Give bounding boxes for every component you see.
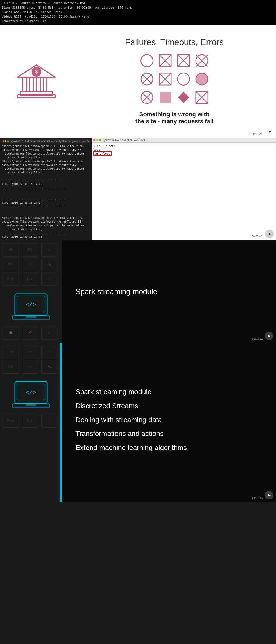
terminal-left-panel: spark-2.1.0-bin-without-hadoop — Python …	[0, 138, 92, 240]
meta-file: File: 01- Course Overview - Course Overv…	[2, 1, 274, 6]
failures-right-panel: Failures, Timeouts, Errors	[73, 25, 276, 138]
svg-rect-3	[30, 77, 33, 92]
grid-cell-9	[139, 89, 155, 105]
timestamp-4: 00:01:36	[252, 496, 263, 499]
jpg-icon-2: JPG	[22, 346, 38, 359]
play-button-2[interactable]	[265, 230, 274, 238]
timestamp-3: 00:01:12	[252, 337, 263, 340]
play-button-3[interactable]	[265, 332, 273, 340]
spark-slide-1: HD JPG ⚙ CSS </> 🔧 HTML EXE ↗ </> 📄 🔗 ⚙	[0, 240, 276, 343]
doc-icon: 📄	[3, 326, 19, 340]
list-item-4: Transformations and actions	[75, 429, 263, 438]
svg-rect-5	[43, 77, 47, 92]
settings-icon: ⚙	[41, 326, 57, 340]
terminal-right-body: → nc -lc 9999 logs info logs	[92, 143, 276, 158]
dot-green-2	[99, 139, 101, 141]
gear-icon-cell: ⚙	[41, 243, 57, 257]
play-button-4[interactable]	[265, 491, 273, 499]
dot-yellow	[5, 140, 6, 142]
dark-right-panel-2: Spark streaming module Discretized Strea…	[62, 343, 276, 502]
hd-icon-2: HD	[3, 346, 19, 359]
gear-icon-2: ⚙	[41, 346, 57, 359]
meta-generated: Generated by Thumbnail.me	[2, 19, 274, 23]
exe-icon: EXE	[22, 272, 38, 286]
list-item-5: Extend machine learning algorithms	[75, 443, 263, 452]
url-bar: jananiravi — nc -lc 9999 — 58×29	[104, 139, 145, 142]
svg-text:$: $	[35, 69, 38, 74]
dark-left-panel-2: HD JPG ⚙ CSS </> 🔧 </> HTML EXE ↗	[0, 343, 62, 502]
grid-cell-11	[175, 89, 192, 105]
laptop-svg-1: </>	[12, 291, 50, 321]
info-logs-line: info logs	[93, 151, 274, 156]
svg-rect-4	[36, 77, 40, 92]
grid-cell-4	[194, 53, 210, 69]
grid-cell-7	[175, 71, 192, 87]
svg-rect-2	[23, 77, 27, 92]
meta-video: Video: h264, yuv420p, 1280x720, 30.00 fp…	[2, 15, 274, 19]
list-item-3: Dealing with streaming data	[75, 415, 263, 425]
play-button-1[interactable]	[265, 127, 274, 136]
hd-icon: HD	[3, 243, 19, 257]
bank-icon: $	[15, 60, 58, 103]
timestamp-2: 00:00:48	[251, 235, 263, 238]
html-icon: HTML	[3, 272, 19, 286]
grid-cell-2	[157, 53, 173, 69]
code-icon-2: </>	[22, 360, 38, 374]
failures-grid	[139, 53, 210, 105]
meta-bar: File: 01- Course Overview - Course Overv…	[0, 0, 276, 25]
grid-cell-10	[157, 89, 173, 105]
tool-icon-2: 🔧	[41, 360, 57, 374]
exe-icon-2: EXE	[22, 414, 38, 428]
laptop-container-2: </>	[0, 379, 62, 409]
svg-text:</>: </>	[26, 301, 36, 308]
nc-line: → nc -lc 9999	[93, 144, 274, 148]
terminal-title: spark-2.1.0-bin-without-hadoop — Python …	[11, 140, 89, 143]
terminal-body: /Users/jananiravi/spark/spark-2.1.0-bin-…	[2, 144, 90, 240]
arrow-icon-2: ↗	[41, 414, 57, 428]
list-item-1: Spark streaming module	[75, 387, 263, 397]
failures-subtitle: Something is wrong with the site - many …	[135, 111, 213, 125]
terminal-topbar: spark-2.1.0-bin-without-hadoop — Python …	[2, 139, 90, 143]
html-icon-2: HTML	[3, 414, 19, 428]
dark-left-panel-1: HD JPG ⚙ CSS </> 🔧 HTML EXE ↗ </> 📄 🔗 ⚙	[0, 240, 62, 343]
svg-point-24	[196, 73, 208, 85]
dot-red	[3, 140, 4, 142]
meta-size: Size: 5333858 bytes (5.09 MiB), duration…	[2, 6, 274, 10]
jpg-icon: JPG	[22, 243, 38, 257]
logs-line: logs	[93, 148, 274, 151]
grid-cell-8	[194, 71, 210, 87]
svg-rect-40	[26, 404, 36, 406]
tech-icons-grid-1: HD JPG ⚙ CSS </> 🔧 HTML EXE ↗	[0, 240, 62, 288]
spark-slide-2: HD JPG ⚙ CSS </> 🔧 </> HTML EXE ↗ Spark …	[0, 343, 276, 502]
tech-icons-grid-3: HD JPG ⚙ CSS </> 🔧	[0, 343, 62, 376]
terminal-right-panel: jananiravi — nc -lc 9999 — 58×29 → nc -l…	[92, 138, 276, 240]
failures-slide: $ Failures, Timeouts, Errors	[0, 25, 276, 138]
grid-cell-3	[175, 53, 192, 69]
code-icon: </>	[22, 258, 38, 271]
dot-yellow-2	[96, 139, 98, 141]
link-icon: 🔗	[22, 326, 38, 340]
laptop-svg-2: </>	[12, 379, 50, 409]
meta-audio: Audio: aac, 44100 Hz, stereo (eng)	[2, 10, 274, 15]
tool-icon: 🔧	[41, 258, 57, 271]
tech-icons-grid-2: 📄 🔗 ⚙	[0, 323, 62, 342]
dot-green	[7, 140, 9, 142]
svg-rect-35	[26, 316, 36, 318]
list-item-2: Discretized Streams	[75, 401, 263, 411]
timestamp-1: 00:00:24	[251, 132, 263, 136]
grid-cell-5	[139, 71, 155, 87]
terminal-right-topbar: jananiravi — nc -lc 9999 — 58×29	[92, 138, 276, 143]
terminal-slide: spark-2.1.0-bin-without-hadoop — Python …	[0, 138, 276, 240]
grid-cell-1	[139, 53, 155, 69]
grid-cell-6	[157, 71, 173, 87]
failures-title: Failures, Timeouts, Errors	[125, 37, 224, 47]
dot-red-2	[93, 139, 95, 141]
arrow-icon: ↗	[41, 272, 57, 286]
dark-right-panel-1: Spark streaming module	[62, 240, 276, 343]
css-icon-2: CSS	[3, 360, 19, 374]
laptop-container-1: </>	[0, 291, 62, 321]
failures-left-panel: $	[0, 25, 73, 138]
spark-title-1: Spark streaming module	[75, 287, 263, 296]
cyan-accent-bar	[60, 343, 62, 502]
grid-cell-12	[194, 89, 210, 105]
